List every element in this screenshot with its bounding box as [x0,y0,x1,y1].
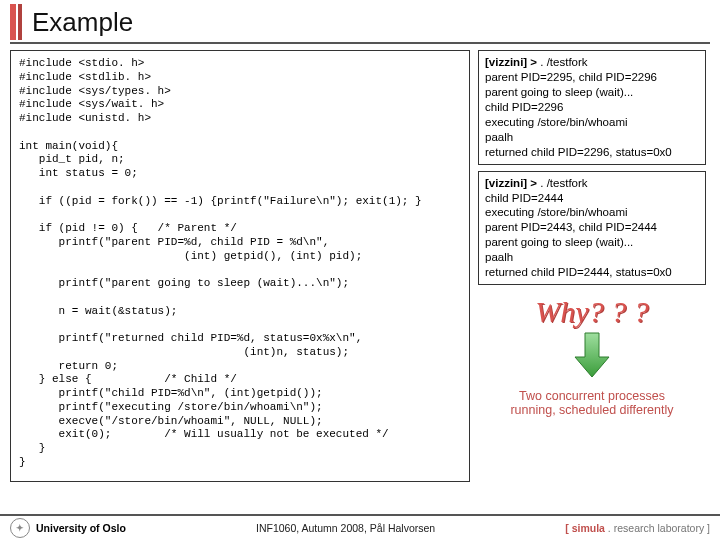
why-callout: Why? ? ? [478,295,706,329]
right-column: [vizzini] > . /testfork parent PID=2295,… [478,50,706,482]
out-line: paalh [485,251,513,263]
out-line: parent going to sleep (wait)... [485,236,633,248]
simula-rest: . research laboratory ] [605,522,710,534]
out-line: returned child PID=2296, status=0x0 [485,146,672,158]
out-line: child PID=2296 [485,101,563,113]
footer-center: INF1060, Autumn 2008, Pål Halvorsen [256,522,435,534]
command: . /testfork [540,177,587,189]
slide-title: Example [32,7,133,38]
out-line: executing /store/bin/whoami [485,116,628,128]
university-name: University of Oslo [36,522,126,534]
title-rule [10,42,710,44]
caption-line: running, scheduled differently [510,403,673,417]
caption: Two concurrent processes running, schedu… [478,389,706,417]
out-line: parent going to sleep (wait)... [485,86,633,98]
accent-bar [10,4,16,40]
university-seal-icon: ✦ [10,518,30,538]
prompt: [vizzini] > [485,177,537,189]
output-run-2: [vizzini] > . /testfork child PID=2444 e… [478,171,706,286]
accent-bar-2 [18,4,22,40]
output-run-1: [vizzini] > . /testfork parent PID=2295,… [478,50,706,165]
out-line: parent PID=2295, child PID=2296 [485,71,657,83]
command: . /testfork [540,56,587,68]
content-area: #include <stdio. h> #include <stdlib. h>… [0,50,720,482]
footer-right: [ simula . research laboratory ] [565,522,710,534]
caption-line: Two concurrent processes [519,389,665,403]
code-listing: #include <stdio. h> #include <stdlib. h>… [10,50,470,482]
title-bar: Example [0,0,720,40]
footer: ✦ University of Oslo INF1060, Autumn 200… [0,514,720,540]
prompt: [vizzini] > [485,56,537,68]
out-line: returned child PID=2444, status=0x0 [485,266,672,278]
footer-left: ✦ University of Oslo [10,518,126,538]
out-line: paalh [485,131,513,143]
out-line: executing /store/bin/whoami [485,206,628,218]
down-arrow-icon [478,331,706,379]
out-line: child PID=2444 [485,192,563,204]
out-line: parent PID=2443, child PID=2444 [485,221,657,233]
simula-brand: simula [572,522,605,534]
